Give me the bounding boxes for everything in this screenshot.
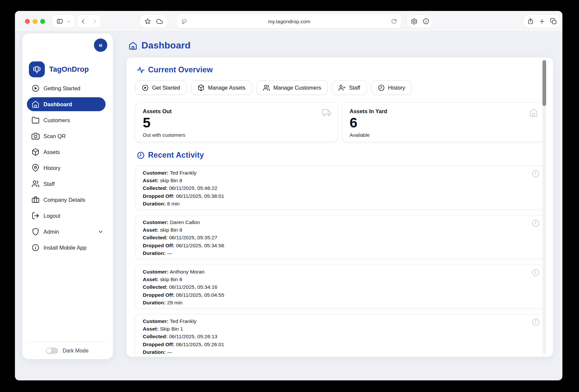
sidebar-item-dashboard[interactable]: Dashboard xyxy=(27,97,106,111)
scrollbar-thumb[interactable] xyxy=(542,60,546,106)
page-title: Dashboard xyxy=(128,40,553,51)
address-bar[interactable]: my.tagondrop.com xyxy=(177,15,401,28)
cloud-icon[interactable] xyxy=(156,18,163,25)
manage-customers-button[interactable]: Manage Customers xyxy=(256,80,328,95)
stat-title: Assets Out xyxy=(143,108,330,115)
home-icon xyxy=(529,108,538,117)
favorites-group xyxy=(139,15,168,28)
zoom-window-button[interactable] xyxy=(40,19,45,24)
field-label: Asset: xyxy=(143,178,158,183)
field-label: Customer: xyxy=(143,318,169,324)
sidebar-footer: Dark Mode xyxy=(27,342,108,359)
map-pin-icon xyxy=(32,164,40,172)
button-label: History xyxy=(388,85,405,91)
field-label: Dropped Off: xyxy=(143,342,175,347)
customer-value: Ted Frankly xyxy=(170,170,197,176)
staff-button[interactable]: Staff xyxy=(332,80,367,95)
field-label: Collected: xyxy=(143,334,168,339)
chevron-down-icon xyxy=(98,229,104,235)
stat-card-assets-in-yard: Assets In Yard 6 Available xyxy=(342,102,544,142)
new-tab-icon[interactable] xyxy=(539,18,545,25)
sidebar-item-install-mobile-app[interactable]: Install Mobile App xyxy=(27,240,108,256)
collected-value: 06/11/2025, 05:26:13 xyxy=(169,334,217,339)
sidebar-item-label: Company Details xyxy=(43,197,85,203)
shield-icon xyxy=(32,228,40,236)
panel-scrollbar[interactable] xyxy=(542,60,546,353)
sidebar-item-scan-qr[interactable]: Scan QR xyxy=(27,128,108,144)
sidebar-item-logout[interactable]: Logout xyxy=(27,208,108,224)
sidebar-item-label: Scan QR xyxy=(43,133,66,139)
field-label: Duration: xyxy=(143,250,166,256)
share-icon[interactable] xyxy=(527,18,534,25)
stat-subtitle: Available xyxy=(350,132,537,138)
sidebar-item-history[interactable]: History xyxy=(27,160,108,176)
field-label: Dropped Off: xyxy=(143,193,175,199)
users-icon xyxy=(32,180,40,188)
customer-value: Ted Frankly xyxy=(170,318,197,324)
get-started-button[interactable]: Get Started xyxy=(135,80,187,95)
button-label: Get Started xyxy=(152,85,180,91)
box-icon xyxy=(32,148,40,156)
home-icon xyxy=(128,41,137,50)
reload-icon[interactable] xyxy=(391,19,397,24)
minimize-window-button[interactable] xyxy=(33,19,38,24)
sidebar-item-getting-started[interactable]: Getting Started xyxy=(27,80,108,96)
box-icon xyxy=(198,84,205,91)
clock-icon xyxy=(532,170,540,178)
collected-value: 06/11/2025, 05:46:22 xyxy=(169,185,217,191)
sidebar-item-label: History xyxy=(43,165,60,171)
stat-value: 6 xyxy=(350,116,537,130)
button-label: Manage Assets xyxy=(208,85,245,91)
duration-value: 8 min xyxy=(167,201,180,206)
gear-icon[interactable] xyxy=(411,18,418,25)
sidebar-item-staff[interactable]: Staff xyxy=(27,176,108,192)
sidebar-item-company-details[interactable]: Company Details xyxy=(27,192,108,208)
browser-window: my.tagondrop.com « TagOnDrop Getting Sta… xyxy=(15,11,562,380)
sidebar-item-label: Logout xyxy=(43,213,60,219)
stat-value: 5 xyxy=(143,116,330,130)
field-label: Collected: xyxy=(143,235,168,240)
sidebar-item-label: Install Mobile App xyxy=(43,245,86,251)
toggle-knob xyxy=(46,348,51,353)
overview-section-heading: Current Overview xyxy=(137,65,544,74)
page-settings-group xyxy=(407,15,433,28)
stat-card-assets-out: Assets Out 5 Out with customers xyxy=(135,102,338,142)
sidebar-collapse-button[interactable]: « xyxy=(94,39,107,52)
brand-name: TagOnDrop xyxy=(49,65,89,74)
home-icon xyxy=(32,100,40,108)
field-label: Dropped Off: xyxy=(143,243,175,248)
history-button[interactable]: History xyxy=(371,80,412,95)
sidebar-item-assets[interactable]: Assets xyxy=(27,144,108,160)
info-icon[interactable] xyxy=(423,18,429,25)
dropped-off-value: 06/11/2025, 05:04:55 xyxy=(176,292,224,298)
sidebar-nav: Getting Started Dashboard Customers Scan… xyxy=(27,80,108,256)
camera-icon xyxy=(32,132,40,140)
sidebar-item-admin[interactable]: Admin xyxy=(27,224,108,240)
sidebar-item-customers[interactable]: Customers xyxy=(27,112,108,128)
dropped-off-value: 06/11/2025, 05:34:56 xyxy=(176,243,224,248)
asset-value: skip Bin 8 xyxy=(160,276,182,282)
manage-assets-button[interactable]: Manage Assets xyxy=(191,80,252,95)
close-window-button[interactable] xyxy=(25,19,30,24)
duration-value: — xyxy=(167,250,172,256)
page-title-text: Dashboard xyxy=(141,40,191,51)
overview-title: Current Overview xyxy=(148,65,213,74)
asset-value: skip Bin 8 xyxy=(160,227,182,233)
field-label: Duration: xyxy=(143,201,166,206)
dropped-off-value: 06/11/2025, 05:26:01 xyxy=(176,342,224,347)
star-icon[interactable] xyxy=(144,18,151,25)
tagondrop-logo-icon xyxy=(29,61,45,77)
url-text[interactable]: my.tagondrop.com xyxy=(187,19,391,25)
back-icon[interactable] xyxy=(80,18,86,25)
stat-subtitle: Out with customers xyxy=(143,132,330,138)
reader-view-icon[interactable] xyxy=(181,19,187,25)
field-label: Asset: xyxy=(143,326,158,332)
dark-mode-toggle[interactable] xyxy=(46,348,58,354)
button-label: Staff xyxy=(349,85,360,91)
forward-icon[interactable] xyxy=(92,18,98,25)
sidebar-item-label: Getting Started xyxy=(43,85,80,92)
browser-toolbar: my.tagondrop.com xyxy=(15,11,562,32)
sidebar-toggle-group[interactable] xyxy=(52,15,74,28)
tab-overview-icon[interactable] xyxy=(550,18,557,25)
window-actions-group xyxy=(523,15,561,28)
